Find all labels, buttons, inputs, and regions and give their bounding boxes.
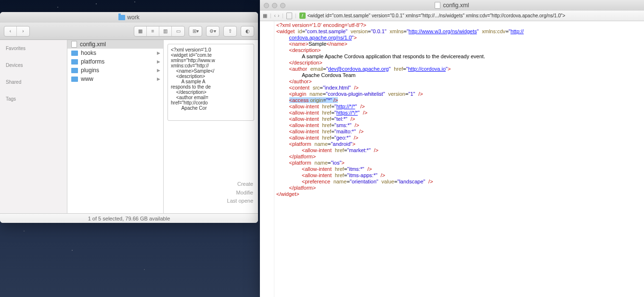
action-group: ⚙▾ (206, 26, 219, 37)
file-row-config[interactable]: config.xml (67, 40, 163, 49)
coverflow-view-button[interactable]: ▭ (172, 26, 184, 36)
finder-statusbar: 1 of 5 selected, 79.66 GB available (0, 213, 258, 223)
action-button[interactable]: ⚙▾ (206, 26, 219, 36)
nav-buttons: ‹ › (4, 26, 30, 37)
nav-prev-button[interactable]: ‹ (274, 13, 276, 18)
function-icon[interactable]: f (299, 13, 306, 19)
preview-metadata: Create Modifie Last opene (227, 180, 253, 206)
sidebar-heading-devices[interactable]: Devices (0, 61, 67, 70)
share-button[interactable]: ⇧ (224, 26, 236, 36)
related-items-icon[interactable]: ▦ (263, 13, 267, 18)
share-group: ⇧ (223, 26, 237, 37)
folder-icon (71, 77, 78, 82)
chevron-right-icon: ▶ (157, 59, 160, 64)
nav-next-button[interactable]: › (278, 13, 279, 18)
editor-window: config.xml ▦ | ‹ › | | f <widget id="com… (260, 0, 644, 297)
view-buttons: ▦ ≡ ▥ ▭ (134, 26, 185, 37)
meta-opened: Last opene (227, 197, 253, 206)
icon-view-button[interactable]: ▦ (134, 26, 147, 36)
back-button[interactable]: ‹ (4, 26, 17, 36)
file-icon (435, 2, 440, 9)
folder-icon (118, 15, 125, 20)
folder-icon (71, 59, 78, 65)
file-name: platforms (81, 58, 104, 65)
file-name: config.xml (80, 41, 106, 48)
zoom-button[interactable] (280, 3, 285, 8)
file-icon (71, 41, 77, 48)
list-view-button[interactable]: ≡ (147, 26, 159, 36)
finder-title: work (127, 14, 139, 21)
file-name: hooks (81, 50, 96, 56)
traffic-lights (264, 3, 285, 8)
editor-body[interactable]: <?xml version='1.0' encoding='utf-8'?> <… (260, 21, 644, 297)
editor-title: config.xml (443, 2, 469, 9)
folder-icon (71, 68, 78, 73)
sidebar-heading-favorites[interactable]: Favorites (0, 44, 67, 53)
code-editor[interactable]: <?xml version='1.0' encoding='utf-8'?> <… (274, 21, 526, 297)
column-view-button[interactable]: ▥ (159, 26, 172, 36)
finder-titlebar[interactable]: work (0, 12, 258, 23)
arrange-group: ⊞▾ (189, 26, 202, 37)
minimize-button[interactable] (272, 3, 277, 8)
preview-column: <?xml version='1.0 <widget id="com.te xm… (164, 40, 258, 213)
file-row-plugins[interactable]: plugins▶ (67, 66, 163, 75)
editor-titlebar[interactable]: config.xml (260, 0, 644, 11)
close-button[interactable] (264, 3, 269, 8)
file-name: www (81, 76, 93, 82)
file-row-www[interactable]: www▶ (67, 75, 163, 83)
folder-icon (71, 51, 78, 56)
file-name: plugins (81, 67, 99, 74)
chevron-right-icon: ▶ (157, 68, 160, 73)
chevron-right-icon: ▶ (157, 77, 160, 81)
file-row-hooks[interactable]: hooks▶ (67, 49, 163, 57)
preview-content: <?xml version='1.0 <widget id="com.te xm… (167, 44, 254, 121)
file-row-platforms[interactable]: platforms▶ (67, 57, 163, 66)
jump-bar-path[interactable]: <widget id="com.test.sample" version="0.… (308, 13, 566, 18)
chevron-right-icon: ▶ (157, 51, 160, 55)
finder-toolbar: ‹ › ▦ ≡ ▥ ▭ ⊞▾ ⚙▾ ⇧ ◐ (0, 23, 258, 40)
finder-body: Favorites Devices Shared Tags config.xml… (0, 40, 258, 213)
document-icon[interactable] (286, 13, 292, 19)
tags-toolbar-group: ◐ (241, 26, 254, 37)
meta-created: Create (227, 180, 253, 189)
arrange-button[interactable]: ⊞▾ (189, 26, 202, 36)
finder-window: work ‹ › ▦ ≡ ▥ ▭ ⊞▾ ⚙▾ ⇧ ◐ Favorites De (0, 12, 258, 223)
sidebar-heading-shared[interactable]: Shared (0, 77, 67, 87)
file-column: config.xml hooks▶ platforms▶ plugins▶ ww… (67, 40, 164, 213)
meta-modified: Modifie (227, 189, 253, 197)
sidebar-heading-tags[interactable]: Tags (0, 94, 67, 103)
forward-button[interactable]: › (17, 26, 29, 36)
gutter (260, 21, 274, 297)
editor-toolbar: ▦ | ‹ › | | f <widget id="com.test.sampl… (260, 11, 644, 21)
finder-sidebar: Favorites Devices Shared Tags (0, 40, 67, 213)
tags-button[interactable]: ◐ (241, 26, 254, 36)
